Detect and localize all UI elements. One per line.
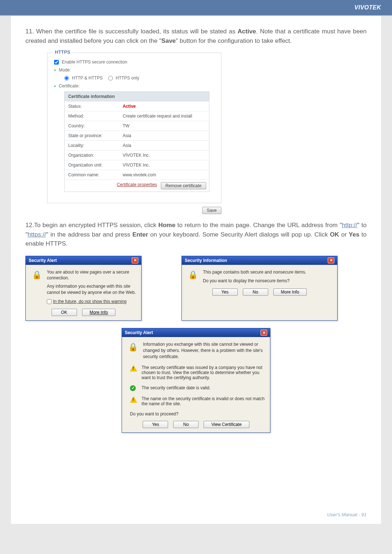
cert-row: Country: TW: [65, 121, 209, 131]
cert-key: State or province:: [65, 131, 119, 140]
check-icon: ✓: [130, 385, 137, 391]
warning-icon: [130, 396, 137, 404]
cert-check-item: The name on the security certificate is …: [130, 396, 265, 406]
chevron-down-icon[interactable]: ▾: [54, 68, 56, 72]
https-legend: HTTPS: [53, 49, 73, 55]
yes-button[interactable]: Yes: [212, 288, 238, 296]
cert-row: Locality: Asia: [65, 140, 209, 150]
yes-button[interactable]: Yes: [143, 421, 168, 428]
security-information-dialog: Security Information ✕ This page contain…: [181, 256, 338, 321]
cert-row: Organization unit: VIVOTEK Inc.: [65, 160, 209, 170]
cert-key: Common name:: [65, 170, 119, 180]
mode-http-https-radio[interactable]: [64, 76, 69, 81]
security-alert-dialog-1: Security Alert ✕ You are about to view p…: [25, 256, 142, 321]
dont-show-checkbox[interactable]: [47, 299, 52, 304]
cert-val-status: Active: [119, 102, 209, 111]
header-bar: VIVOTEK: [0, 0, 392, 15]
cert-check-item: ✓ The security certificate date is valid…: [130, 385, 265, 391]
dialog-text: This page contains both secure and nonse…: [203, 269, 332, 284]
more-info-button[interactable]: More Info: [82, 309, 116, 316]
cert-row: Organization: VIVOTEK Inc.: [65, 150, 209, 160]
dialog-intro: Information you exchange with this site …: [143, 341, 265, 360]
mode-http-https-label: HTTP & HTTPS: [72, 75, 103, 81]
cert-row: Status: Active: [65, 101, 209, 111]
page-footer: User's Manual - 91: [327, 512, 367, 517]
certificate-label: Certificate:: [59, 83, 79, 89]
mode-https-only-label: HTTPS only: [116, 75, 139, 81]
mode-row: ▾ Mode:: [54, 67, 215, 73]
cert-actions: Certificate properties Remove certificat…: [65, 180, 209, 192]
mode-https-only-radio[interactable]: [108, 76, 113, 81]
dialog-title: Security Alert ✕: [122, 328, 270, 337]
certificate-row: ▾ Certificate:: [54, 83, 215, 89]
cert-val: Asia: [119, 131, 209, 140]
dialog-title: Security Information ✕: [182, 256, 337, 265]
cert-key: Country:: [65, 121, 119, 131]
certificate-properties-link[interactable]: Certificate properties: [117, 182, 157, 189]
cert-key: Status:: [65, 102, 119, 111]
dialog-buttons: Yes No View Certificate: [127, 421, 265, 428]
mode-options: HTTP & HTTPS HTTPS only: [64, 75, 215, 81]
page-content: 11. When the certifice file is successfu…: [11, 16, 381, 524]
dialog-buttons: Yes No More Info: [187, 288, 332, 296]
close-icon[interactable]: ✕: [132, 258, 138, 263]
step-12-text: 12.To begin an encrypted HTTPS session, …: [25, 221, 367, 249]
cert-val: www.vivotek.com: [119, 170, 209, 180]
security-alert-dialog-2: Security Alert ✕ Information you exchang…: [122, 328, 270, 432]
proceed-question: Do you want to proceed?: [130, 411, 265, 416]
dont-show-label: In the future, do not show this warning: [53, 299, 127, 305]
cert-val: TW: [119, 121, 209, 131]
dont-show-row[interactable]: In the future, do not show this warning: [47, 299, 136, 305]
remove-certificate-button[interactable]: Remove certificate: [161, 182, 206, 189]
step-11-text: 11. When the certifice file is successfu…: [25, 27, 367, 45]
cert-key: Organization:: [65, 151, 119, 160]
brand-label: VIVOTEK: [354, 4, 381, 11]
chevron-down-icon[interactable]: ▾: [54, 84, 56, 88]
enable-https-checkbox[interactable]: [54, 60, 59, 65]
lock-icon: [127, 341, 139, 353]
lock-icon: [31, 269, 42, 281]
cert-key: Method:: [65, 111, 119, 121]
https-link[interactable]: https://: [28, 231, 46, 238]
cert-val: VIVOTEK Inc.: [119, 160, 209, 170]
cert-val: Asia: [119, 141, 209, 150]
dialog-row-1: Security Alert ✕ You are about to view p…: [25, 256, 367, 321]
enable-https-label: Enable HTTPS secure connection: [62, 59, 127, 65]
cert-row: Common name: www.vivotek.com: [65, 170, 209, 180]
warning-icon: [130, 365, 137, 373]
enable-https-row[interactable]: Enable HTTPS secure connection: [54, 59, 215, 65]
cert-row: State or province: Asia: [65, 131, 209, 140]
view-certificate-button[interactable]: View Certificate: [204, 421, 249, 428]
more-info-button[interactable]: More Info: [273, 288, 307, 296]
https-panel: HTTPS Enable HTTPS secure connection ▾ M…: [47, 53, 221, 203]
cert-check-list: The security certificate was issued by a…: [130, 365, 265, 406]
cert-key: Organization unit:: [65, 160, 119, 170]
cert-val: VIVOTEK Inc.: [119, 151, 209, 160]
save-row: Save: [25, 207, 221, 214]
http-link[interactable]: http://: [342, 222, 358, 229]
close-icon[interactable]: ✕: [328, 258, 334, 263]
cert-val: Create certificate request and install: [119, 111, 209, 121]
save-button[interactable]: Save: [202, 207, 221, 214]
cert-key: Locality:: [65, 141, 119, 150]
dialog-buttons: OK More Info: [31, 309, 136, 316]
cert-row: Method: Create certificate request and i…: [65, 111, 209, 121]
dialog-text: You are about to view pages over a secur…: [47, 269, 136, 305]
dialog-title: Security Alert ✕: [26, 256, 141, 265]
cert-table-header: Certificate information: [65, 92, 209, 101]
no-button[interactable]: No: [243, 288, 268, 296]
cert-check-item: The security certificate was issued by a…: [130, 365, 265, 380]
mode-label: Mode:: [59, 67, 71, 73]
close-icon[interactable]: ✕: [261, 330, 267, 336]
ok-button[interactable]: OK: [52, 309, 77, 316]
lock-icon: [187, 269, 199, 281]
no-button[interactable]: No: [173, 421, 199, 428]
certificate-table: Certificate information Status: Active M…: [64, 91, 209, 192]
